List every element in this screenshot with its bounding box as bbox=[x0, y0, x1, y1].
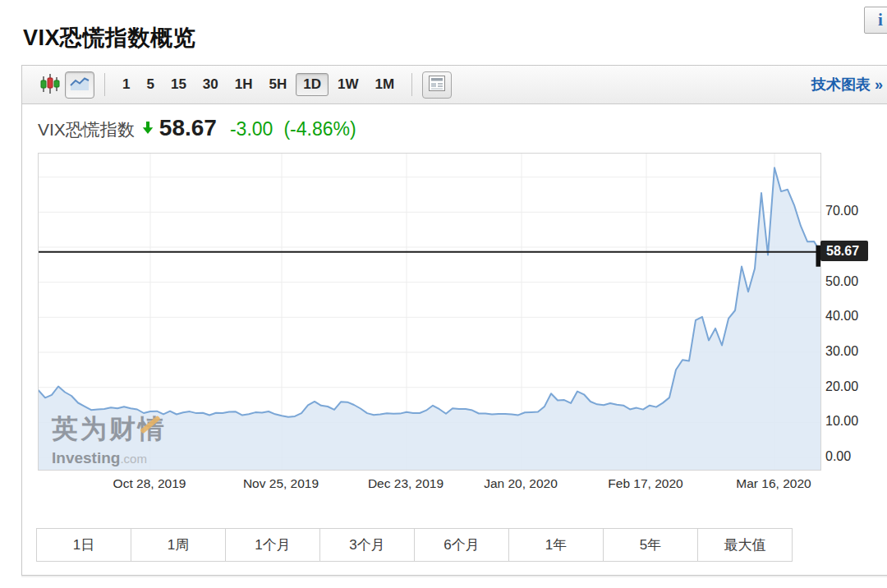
x-axis-tick-label: Feb 17, 2020 bbox=[608, 476, 682, 491]
y-axis-tick-label: 50.00 bbox=[825, 274, 875, 289]
y-axis-tick-label: 40.00 bbox=[825, 309, 875, 324]
interval-30[interactable]: 30 bbox=[195, 73, 226, 96]
interval-5h[interactable]: 5H bbox=[262, 73, 295, 96]
price-down-arrow-icon bbox=[142, 122, 154, 137]
x-axis-tick-label: Oct 28, 2019 bbox=[113, 476, 186, 491]
chart-widget: 1515301H5H1D1W1M 技术图表 » VIX恐慌指数 58.67 -3… bbox=[21, 65, 887, 576]
x-axis-tick-label: Nov 25, 2019 bbox=[243, 476, 319, 491]
interval-1m[interactable]: 1M bbox=[367, 73, 402, 96]
x-axis-tick-label: Mar 16, 2020 bbox=[736, 476, 811, 491]
instrument-name: VIX恐慌指数 bbox=[38, 118, 135, 141]
x-axis-tick-label: Jan 20, 2020 bbox=[484, 476, 558, 491]
interval-15[interactable]: 15 bbox=[163, 73, 194, 96]
y-axis-tick-label: 70.00 bbox=[825, 204, 875, 218]
y-axis-tick-label: 0.00 bbox=[825, 449, 875, 464]
technical-chart-link[interactable]: 技术图表 » bbox=[811, 75, 883, 94]
news-panel-button[interactable] bbox=[422, 71, 452, 99]
current-price-tag: 58.67 bbox=[820, 241, 868, 261]
period-button-7[interactable]: 5年 bbox=[603, 528, 698, 562]
line-area-chart-button[interactable] bbox=[65, 71, 94, 99]
news-panel-icon bbox=[429, 76, 445, 94]
period-button-1[interactable]: 1日 bbox=[36, 528, 131, 562]
y-axis-tick-label: 20.00 bbox=[825, 379, 875, 394]
interval-1w[interactable]: 1W bbox=[330, 73, 366, 96]
interval-1h[interactable]: 1H bbox=[227, 73, 260, 96]
period-button-5[interactable]: 6个月 bbox=[414, 528, 509, 562]
price-chart-plot-area[interactable] bbox=[38, 153, 821, 471]
y-axis-tick-label: 30.00 bbox=[825, 344, 875, 359]
chart-toolbar: 1515301H5H1D1W1M 技术图表 » bbox=[22, 66, 887, 104]
vix-overview-page: { "page": { "title": "VIX恐慌指数概览" }, "hea… bbox=[0, 0, 887, 588]
info-icon: i bbox=[878, 10, 883, 30]
price-change: -3.00 bbox=[230, 118, 273, 140]
interval-1[interactable]: 1 bbox=[115, 73, 137, 96]
period-button-6[interactable]: 1年 bbox=[508, 528, 604, 562]
info-button[interactable]: i bbox=[864, 7, 887, 34]
period-button-3[interactable]: 1个月 bbox=[225, 528, 320, 562]
y-axis-tick-label: 10.00 bbox=[825, 414, 875, 429]
page-title: VIX恐慌指数概览 bbox=[23, 23, 195, 53]
price-change-percent: (-4.86%) bbox=[283, 118, 356, 140]
interval-5[interactable]: 5 bbox=[139, 73, 161, 96]
period-button-4[interactable]: 3个月 bbox=[319, 528, 415, 562]
period-button-8[interactable]: 最大值 bbox=[697, 528, 793, 562]
interval-group: 1515301H5H1D1W1M bbox=[115, 73, 402, 96]
candlestick-chart-button[interactable] bbox=[35, 71, 65, 99]
candlestick-icon bbox=[39, 73, 61, 97]
toolbar-separator bbox=[104, 73, 105, 96]
area-chart bbox=[39, 154, 820, 470]
interval-1d[interactable]: 1D bbox=[296, 73, 329, 96]
toolbar-separator bbox=[411, 73, 412, 96]
period-button-row: 1日1周1个月3个月6个月1年5年最大值 bbox=[36, 528, 793, 562]
instrument-header: VIX恐慌指数 58.67 -3.00 (-4.86%) bbox=[38, 115, 356, 141]
last-price: 58.67 bbox=[159, 115, 217, 141]
period-button-2[interactable]: 1周 bbox=[131, 528, 226, 562]
line-area-chart-icon bbox=[69, 75, 90, 95]
x-axis-tick-label: Dec 23, 2019 bbox=[368, 476, 444, 491]
